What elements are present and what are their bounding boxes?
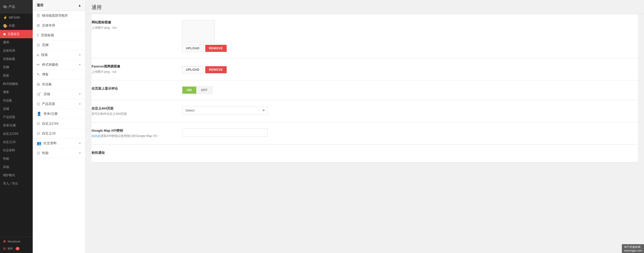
sec-item-page-title[interactable]: T 页面标题: [33, 30, 85, 40]
sidebar-sub-style-color[interactable]: 样式和颜色: [0, 80, 33, 88]
sec-item-portfolio[interactable]: ⊞ 作品集: [33, 80, 85, 89]
custom-404-desc: 您可以制作自定义404页面: [92, 112, 175, 116]
chevron-up-icon: ▲: [78, 4, 81, 7]
show-comments-control: ON OFF: [182, 86, 638, 94]
sidebar-item-theme-settings[interactable]: ✖ 主题设定: [0, 30, 33, 38]
custom-404-control: Select: [182, 106, 638, 115]
sec-item-shop[interactable]: 🛒 店铺 ▼: [33, 89, 85, 99]
google-map-control: [182, 128, 638, 137]
bottom-nav: ✖ Woodmart ⊞ 插件 6: [0, 237, 33, 253]
chevron-right-icon-3: ▼: [78, 93, 81, 96]
product-page-icon: ⊡: [37, 102, 40, 106]
sec-item-general-layout[interactable]: ⊞ 总体布局: [33, 21, 85, 30]
favicon-remove-button[interactable]: REMOVE: [205, 66, 227, 73]
sidebar-sub-layout[interactable]: 总体布局: [0, 47, 33, 55]
chevron-right-icon: ▼: [78, 53, 81, 56]
favicon-title: Favicon视网膜图像: [92, 64, 175, 69]
sidebar-sub-login-register[interactable]: 登录/注册: [0, 121, 33, 130]
general-layout-icon: ⊞: [37, 23, 40, 28]
sidebar-sub-custom-js[interactable]: 自定义JS: [0, 138, 33, 146]
sidebar-sub-other[interactable]: 其他: [0, 163, 33, 171]
sidebar-sub-performance[interactable]: 性能: [0, 155, 33, 163]
shop-icon: 🛒: [37, 92, 42, 96]
brand-label: 产品: [9, 5, 15, 9]
page-title: 通用: [86, 0, 644, 14]
site-icon-remove-button[interactable]: REMOVE: [205, 45, 227, 52]
sidebar-sub-social-info[interactable]: 社交资料: [0, 146, 33, 155]
google-map-desc: 在此处获取API密钥以使用我们的Google Map VC~: [92, 134, 175, 138]
sidebar-second: 通用 ▲ ☰ 移动端底部导航栏 ⊞ 总体布局 T 页面标题 ⊡ 页脚 A 段落 …: [33, 0, 86, 253]
favicon-btn-group: UPLOAD REMOVE: [182, 66, 227, 73]
show-comments-label-col: 在页面上显示评论: [92, 86, 182, 92]
show-comments-section: 在页面上显示评论 ON OFF: [92, 80, 638, 100]
sidebar-sub-footer[interactable]: 页脚: [0, 63, 33, 71]
plugins-icon: ⊞: [3, 246, 6, 250]
site-icon-upload-button[interactable]: UPLOAD: [182, 45, 203, 52]
sidebar-sub-page-title[interactable]: 页面标题: [0, 55, 33, 63]
custom-404-select[interactable]: Select: [182, 106, 268, 115]
sec-item-style-color[interactable]: ✏ 样式和颜色 ▼: [33, 60, 85, 70]
products-icon: 🛍: [3, 5, 7, 9]
settings-container: 网站图标图像 上传图片:png，ico UPLOAD REMOVE Favico…: [86, 14, 644, 162]
wpjam-icon: ⚡: [3, 16, 7, 20]
favicon-upload-button[interactable]: UPLOAD: [182, 66, 203, 73]
site-icon-desc: 上传图片:png，ico: [92, 26, 175, 30]
sidebar-sub-maintenance[interactable]: 维护模式: [0, 171, 33, 179]
google-map-title: Google Map API密钥: [92, 128, 175, 133]
sec-item-custom-js[interactable]: ⊡ 自定义JS: [33, 129, 85, 138]
style-color-icon: ✏: [37, 62, 40, 67]
toggle-off-button[interactable]: OFF: [196, 87, 212, 94]
google-map-api-input[interactable]: [182, 128, 268, 137]
sidebar-sub-blog[interactable]: 博客: [0, 88, 33, 96]
sidebar-sub-product-page[interactable]: 产品页面: [0, 113, 33, 121]
login-icon: 👤: [37, 112, 42, 116]
portfolio-icon: ⊞: [37, 82, 40, 87]
toggle-on-button[interactable]: ON: [182, 87, 196, 94]
favicon-label-col: Favicon视网膜图像 上传图片:png，ico: [92, 64, 182, 74]
sec-item-custom-css[interactable]: ⊡ 自定义CSS: [33, 119, 85, 129]
sidebar-sub-portfolio[interactable]: 作品集: [0, 96, 33, 105]
sec-item-paragraph[interactable]: A 段落 ▼: [33, 50, 85, 60]
brand-products[interactable]: 🛍 产品: [0, 3, 33, 11]
sticky-notify-section: 粘性通知: [92, 144, 638, 162]
paragraph-icon: A: [37, 53, 39, 57]
favicon-control: UPLOAD REMOVE: [182, 64, 638, 73]
sidebar-item-woodmart[interactable]: ✖ Woodmart: [0, 238, 33, 245]
plugins-badge: 6: [16, 247, 20, 250]
sidebar-sub-paragraph[interactable]: 段落: [0, 71, 33, 80]
footer-icon: ⊡: [37, 43, 40, 47]
sidebar-item-wpjam[interactable]: ⚡ WPJAM: [0, 14, 33, 22]
main-content: 通用 网站图标图像 上传图片:png，ico UPLOAD REMOVE Fav…: [86, 0, 644, 253]
page-title-icon: T: [37, 33, 39, 38]
theme-icon: ✖: [3, 32, 6, 36]
sec-item-product-page[interactable]: ⊡ 产品页面 ▼: [33, 99, 85, 109]
sec-item-login-register[interactable]: 👤 登录/注册: [33, 109, 85, 119]
sidebar-item-appearance[interactable]: 🎨 外观: [0, 22, 33, 30]
second-sidebar-header: 通用 ▲: [33, 0, 85, 11]
performance-icon: ⊡: [37, 151, 40, 155]
custom-404-label-col: 自定义404页面 您可以制作自定义404页面: [92, 106, 182, 116]
sidebar-sub-general[interactable]: 通用: [0, 38, 33, 47]
sec-item-mobile-nav[interactable]: ☰ 移动端底部导航栏: [33, 11, 85, 21]
google-map-link[interactable]: 此处: [95, 134, 101, 138]
sidebar-sub-custom-css[interactable]: 自定义CSS: [0, 130, 33, 138]
site-icon-image-area: [182, 20, 218, 43]
sticky-notify-label-col: 粘性通知: [92, 151, 182, 156]
sidebar-sub-import-export[interactable]: 导入／导出: [0, 179, 33, 188]
sec-item-blog[interactable]: ✎ 博客: [33, 70, 85, 80]
site-icon-label-col: 网站图标图像 上传图片:png，ico: [92, 20, 182, 30]
left-nav: ⚡ WPJAM 🎨 外观 ✖ 主题设定 通用 总体布局 页面标题 页脚 段落 样…: [0, 14, 33, 237]
google-map-label-col: Google Map API密钥 在此处获取API密钥以使用我们的Google …: [92, 128, 182, 138]
sec-item-social-info[interactable]: 👥 社交资料 ▼: [33, 138, 85, 148]
custom-404-title: 自定义404页面: [92, 106, 175, 111]
favicon-section: Favicon视网膜图像 上传图片:png，ico UPLOAD REMOVE: [92, 58, 638, 80]
toggle-group-comments: ON OFF: [182, 86, 212, 94]
sidebar-item-plugins[interactable]: ⊞ 插件 6: [0, 245, 33, 252]
google-map-section: Google Map API密钥 在此处获取API密钥以使用我们的Google …: [92, 122, 638, 144]
sec-item-footer[interactable]: ⊡ 页脚: [33, 40, 85, 50]
chevron-right-icon-4: ▼: [78, 102, 81, 105]
custom-js-icon: ⊡: [37, 131, 40, 136]
sidebar-sub-shop[interactable]: 店铺: [0, 105, 33, 113]
site-icon-image-box: [182, 20, 215, 43]
sec-item-performance[interactable]: ⊡ 性能 ▼: [33, 148, 85, 158]
